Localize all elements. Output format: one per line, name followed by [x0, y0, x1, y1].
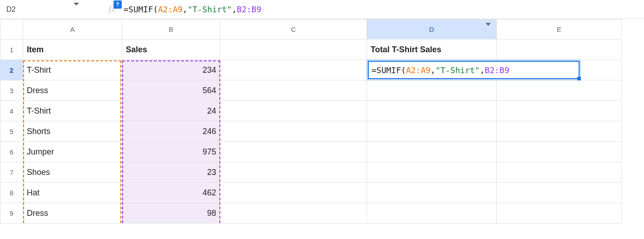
cell-b7[interactable]: 23: [122, 162, 220, 183]
col-label: C: [291, 25, 296, 33]
formula-arg1: A2:A9: [158, 5, 183, 14]
cell-a3[interactable]: Dress: [23, 80, 122, 101]
fill-handle[interactable]: [577, 77, 581, 80]
cell-e6[interactable]: [497, 142, 622, 162]
formula-prefix: =: [124, 5, 129, 14]
row-label: 9: [10, 209, 13, 217]
fx-icon[interactable]: fx ?: [105, 3, 119, 16]
cell-c5[interactable]: [220, 121, 367, 142]
cell-d4[interactable]: [367, 101, 497, 121]
formula-arg3: B2:B9: [237, 5, 261, 14]
cell-a5[interactable]: Shorts: [23, 121, 122, 142]
in-cell-formula-editor[interactable]: =SUMIF(A2:A9,"T-Shirt",B2:B9: [368, 61, 580, 79]
cell-a7[interactable]: Shoes: [23, 162, 122, 183]
formula-help-badge[interactable]: ?: [114, 0, 122, 9]
cell-text: Hat: [27, 188, 40, 197]
col-menu-icon[interactable]: [485, 25, 491, 33]
cell-e1[interactable]: [497, 40, 622, 60]
cell-b6[interactable]: 975: [122, 142, 220, 162]
cell-d8[interactable]: [367, 183, 497, 203]
cell-d1[interactable]: Total T-Shirt Sales: [367, 40, 497, 60]
cell-text: Dress: [27, 86, 48, 95]
cell-c7[interactable]: [220, 162, 367, 183]
row-header-1[interactable]: 1: [0, 40, 23, 60]
col-label: B: [168, 25, 173, 33]
cell-e4[interactable]: [497, 101, 622, 121]
cell-a6[interactable]: Jumper: [23, 142, 122, 162]
row-label: 6: [10, 148, 13, 156]
cell-e5[interactable]: [497, 121, 622, 142]
cell-text: 246: [203, 127, 216, 136]
cell-a1[interactable]: Item: [23, 40, 122, 60]
cell-b4[interactable]: 24: [122, 101, 220, 121]
cell-d2-active[interactable]: =SUMIF(A2:A9,"T-Shirt",B2:B9: [367, 60, 497, 80]
cell-c4[interactable]: [220, 101, 367, 121]
cell-b1[interactable]: Sales: [122, 40, 220, 60]
cell-b3[interactable]: 564: [122, 80, 220, 101]
cell-e3[interactable]: [497, 80, 622, 101]
formula-prefix: =: [372, 65, 376, 75]
cell-a8[interactable]: Hat: [23, 183, 122, 203]
row-header-8[interactable]: 8: [0, 183, 23, 203]
row-label: 5: [10, 128, 13, 135]
cell-text: Sales: [126, 45, 147, 54]
row-header-9[interactable]: 9: [0, 203, 23, 224]
cell-text: 564: [203, 86, 216, 95]
col-header-b[interactable]: B: [122, 20, 220, 40]
cell-c6[interactable]: [220, 142, 367, 162]
cell-text: Shoes: [27, 168, 50, 177]
cell-b8[interactable]: 462: [122, 183, 220, 203]
col-label: A: [70, 25, 74, 33]
cell-c1[interactable]: [220, 40, 367, 60]
name-box[interactable]: D2: [6, 0, 83, 19]
cell-c9[interactable]: [220, 203, 367, 224]
cell-b5[interactable]: 246: [122, 121, 220, 142]
row-header-6[interactable]: 6: [0, 142, 23, 162]
row-label: 8: [10, 189, 13, 197]
cell-c3[interactable]: [220, 80, 367, 101]
row-header-3[interactable]: 3: [0, 80, 23, 101]
col-label: D: [429, 25, 434, 33]
cell-c2[interactable]: [220, 60, 367, 80]
cell-e8[interactable]: [497, 183, 622, 203]
cell-d5[interactable]: [367, 121, 497, 142]
row-header-7[interactable]: 7: [0, 162, 23, 183]
row-header-2[interactable]: 2: [0, 60, 23, 80]
row-header-4[interactable]: 4: [0, 101, 23, 121]
cell-text: 462: [203, 188, 216, 197]
cell-e9[interactable]: [497, 203, 622, 224]
cell-b9[interactable]: 98: [122, 203, 220, 224]
formula-bar-row: D2 fx ? =SUMIF(A2:A9,"T-Shirt",B2:B9: [0, 0, 644, 19]
row-label: 7: [10, 169, 13, 176]
select-all-corner[interactable]: [0, 20, 23, 40]
col-header-c[interactable]: C: [220, 20, 367, 40]
cell-c8[interactable]: [220, 183, 367, 203]
cell-d7[interactable]: [367, 162, 497, 183]
row-label: 1: [10, 46, 13, 54]
col-header-e[interactable]: E: [497, 20, 622, 40]
col-label: E: [557, 25, 561, 33]
cell-text: Shorts: [27, 127, 50, 136]
name-box-dropdown-icon[interactable]: [74, 5, 79, 14]
cell-d9[interactable]: [367, 203, 497, 224]
cell-text: T-Shirt: [27, 65, 51, 75]
row-label: 4: [10, 107, 13, 115]
cell-a4[interactable]: T-Shirt: [23, 101, 122, 121]
cell-text: 234: [203, 65, 216, 75]
formula-input[interactable]: =SUMIF(A2:A9,"T-Shirt",B2:B9: [124, 5, 261, 14]
formula-open: (: [153, 5, 158, 14]
col-header-d[interactable]: D: [367, 20, 497, 40]
cell-text: Jumper: [27, 147, 54, 156]
cell-d6[interactable]: [367, 142, 497, 162]
cell-text: 975: [203, 147, 216, 156]
col-header-a[interactable]: A: [23, 20, 122, 40]
cell-d3[interactable]: [367, 80, 497, 101]
formula-sep1: ,: [183, 5, 188, 14]
cell-text: Total T-Shirt Sales: [371, 45, 441, 54]
row-header-5[interactable]: 5: [0, 121, 23, 142]
cell-a2[interactable]: T-Shirt: [23, 60, 122, 80]
formula-sep2: ,: [480, 65, 485, 75]
cell-a9[interactable]: Dress: [23, 203, 122, 224]
cell-b2[interactable]: 234: [122, 60, 220, 80]
cell-e7[interactable]: [497, 162, 622, 183]
